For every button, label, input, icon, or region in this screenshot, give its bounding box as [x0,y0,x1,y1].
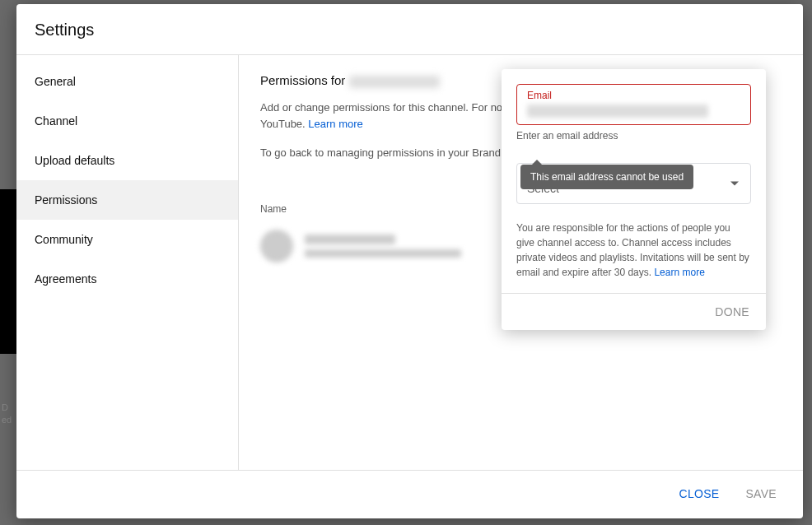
user-name-redacted [305,235,395,244]
user-email-redacted [305,249,461,258]
close-button[interactable]: CLOSE [676,482,723,505]
sidebar-item-agreements[interactable]: Agreements [16,259,238,299]
email-value-redacted [527,105,708,118]
bg-thumbnail [0,189,16,354]
dialog-header: Settings [16,4,803,55]
disclaimer-text: You are responsible for the actions of p… [516,221,751,280]
bg-text: Ded [2,402,12,427]
invite-popover: Email Enter an email address Access Sele… [502,69,766,330]
settings-sidebar: General Channel Upload defaults Permissi… [16,55,239,470]
save-button[interactable]: SAVE [742,482,780,505]
avatar [260,230,293,262]
email-field[interactable]: Email [516,84,751,125]
learn-more-link[interactable]: Learn more [654,267,704,278]
done-button[interactable]: DONE [715,305,749,318]
chevron-down-icon [730,182,739,186]
popover-footer: DONE [502,293,766,330]
dialog-title: Settings [35,21,785,39]
sidebar-item-upload-defaults[interactable]: Upload defaults [16,141,238,180]
sidebar-item-general[interactable]: General [16,62,238,101]
email-helper: Enter an email address [516,130,751,142]
channel-name-redacted [349,76,440,88]
learn-more-link[interactable]: Learn more [308,118,362,130]
sidebar-item-permissions[interactable]: Permissions [16,180,238,220]
error-tooltip: This email address cannot be used [520,165,693,189]
sidebar-item-channel[interactable]: Channel [16,101,238,141]
user-info [305,235,461,258]
sidebar-item-community[interactable]: Community [16,220,238,259]
email-label: Email [527,90,740,101]
dialog-footer: CLOSE SAVE [16,470,803,518]
